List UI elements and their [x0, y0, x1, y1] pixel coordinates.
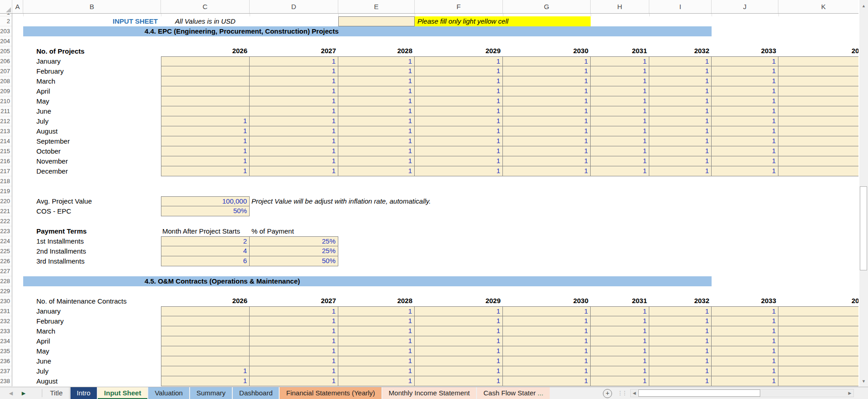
- installment-month-input[interactable]: 2: [161, 236, 250, 246]
- input-cell[interactable]: 1: [591, 306, 649, 316]
- input-cell[interactable]: 1: [649, 316, 712, 326]
- input-cell[interactable]: 1: [591, 56, 649, 66]
- input-cell[interactable]: [778, 66, 858, 76]
- input-cell[interactable]: 1: [415, 116, 503, 126]
- input-cell[interactable]: [778, 156, 858, 166]
- vertical-scrollbar[interactable]: ▲ ▼: [859, 0, 868, 387]
- row-header-203[interactable]: 203: [0, 26, 12, 36]
- input-cell[interactable]: 1: [338, 326, 415, 336]
- input-cell[interactable]: [778, 306, 858, 316]
- input-cell[interactable]: [778, 356, 858, 366]
- input-cell[interactable]: 1: [161, 156, 250, 166]
- column-header-g[interactable]: G: [503, 0, 591, 13]
- input-cell[interactable]: 1: [161, 116, 250, 126]
- sheet-tab-monthly-income-statement[interactable]: Monthly Income Statement: [382, 387, 476, 399]
- input-cell[interactable]: 1: [250, 136, 338, 146]
- input-cell[interactable]: [778, 366, 858, 376]
- sheet-tab-financial-statements-yearly[interactable]: Financial Statements (Yearly): [280, 387, 381, 399]
- tab-resize-handle-icon[interactable]: ⋮⋮: [617, 387, 627, 399]
- row-header-232[interactable]: 232: [0, 316, 12, 326]
- input-cell[interactable]: 1: [712, 366, 778, 376]
- column-header-f[interactable]: F: [415, 0, 503, 13]
- input-cell[interactable]: 1: [415, 56, 503, 66]
- row-header-223[interactable]: 223: [0, 226, 12, 236]
- horizontal-scrollbar[interactable]: ◀ ▶: [630, 389, 854, 397]
- input-cell[interactable]: 1: [503, 356, 591, 366]
- input-cell[interactable]: 1: [649, 376, 712, 386]
- input-cell[interactable]: 1: [591, 336, 649, 346]
- row-header-215[interactable]: 215: [0, 146, 12, 156]
- input-cell[interactable]: 1: [503, 336, 591, 346]
- input-cell[interactable]: 1: [712, 76, 778, 86]
- input-cell[interactable]: 1: [712, 356, 778, 366]
- input-cell[interactable]: [161, 346, 250, 356]
- column-header-i[interactable]: I: [649, 0, 712, 13]
- column-header-d[interactable]: D: [250, 0, 338, 13]
- input-cell[interactable]: [161, 86, 250, 96]
- input-cell[interactable]: 1: [503, 76, 591, 86]
- input-cell[interactable]: [161, 336, 250, 346]
- input-cell[interactable]: 1: [649, 366, 712, 376]
- input-cell[interactable]: [778, 136, 858, 146]
- input-cell[interactable]: 1: [712, 66, 778, 76]
- row-header-229[interactable]: 229: [0, 286, 12, 296]
- input-cell[interactable]: 1: [415, 156, 503, 166]
- input-cell[interactable]: 1: [415, 106, 503, 116]
- input-cell[interactable]: 1: [649, 116, 712, 126]
- input-cell[interactable]: 1: [503, 346, 591, 356]
- input-cell[interactable]: 1: [250, 366, 338, 376]
- input-cell[interactable]: 1: [415, 336, 503, 346]
- input-cell[interactable]: 1: [591, 96, 649, 106]
- sheet-tab-title[interactable]: Title: [43, 387, 70, 399]
- input-cell[interactable]: 1: [415, 66, 503, 76]
- input-cell[interactable]: 1: [415, 316, 503, 326]
- input-cell[interactable]: 1: [415, 146, 503, 156]
- input-cell[interactable]: 1: [250, 96, 338, 106]
- scroll-left-button[interactable]: ◀: [631, 389, 638, 397]
- input-cell[interactable]: 1: [415, 76, 503, 86]
- input-cell[interactable]: 1: [161, 136, 250, 146]
- input-cell[interactable]: 1: [250, 326, 338, 336]
- row-header-224[interactable]: 224: [0, 236, 12, 246]
- input-cell[interactable]: [161, 106, 250, 116]
- input-cell[interactable]: 1: [503, 146, 591, 156]
- column-header-k[interactable]: K: [778, 0, 868, 13]
- input-cell[interactable]: 1: [415, 306, 503, 316]
- input-cell[interactable]: 1: [649, 66, 712, 76]
- input-cell[interactable]: 1: [712, 126, 778, 136]
- input-cell[interactable]: 1: [712, 316, 778, 326]
- input-cell[interactable]: [161, 56, 250, 66]
- row-header-238[interactable]: 238: [0, 376, 12, 386]
- input-cell[interactable]: 1: [591, 76, 649, 86]
- input-cell[interactable]: 1: [712, 146, 778, 156]
- installment-pct-input[interactable]: 25%: [250, 246, 338, 256]
- input-cell[interactable]: 1: [591, 136, 649, 146]
- row-header-210[interactable]: 210: [0, 96, 12, 106]
- row-header-225[interactable]: 225: [0, 246, 12, 256]
- column-header-h[interactable]: H: [591, 0, 649, 13]
- input-cell[interactable]: [778, 346, 858, 356]
- input-cell[interactable]: 1: [712, 96, 778, 106]
- input-cell[interactable]: 1: [503, 106, 591, 116]
- input-cell[interactable]: 1: [649, 56, 712, 66]
- input-cell[interactable]: 1: [503, 306, 591, 316]
- scroll-up-button[interactable]: ▲: [859, 2, 868, 10]
- input-cell[interactable]: [778, 106, 858, 116]
- input-cell[interactable]: 1: [591, 356, 649, 366]
- input-cell[interactable]: 1: [338, 306, 415, 316]
- sheet-tab-summary[interactable]: Summary: [190, 387, 232, 399]
- input-cell[interactable]: 1: [250, 76, 338, 86]
- input-cell[interactable]: 1: [649, 306, 712, 316]
- input-cell[interactable]: 1: [338, 76, 415, 86]
- input-cell[interactable]: 1: [415, 376, 503, 386]
- input-cell[interactable]: 1: [591, 346, 649, 356]
- row-header-2[interactable]: 2: [0, 16, 12, 26]
- input-cell[interactable]: 1: [712, 106, 778, 116]
- input-cell[interactable]: 1: [250, 336, 338, 346]
- sheet-tab-input-sheet[interactable]: Input Sheet: [98, 387, 148, 399]
- input-cell[interactable]: 1: [250, 306, 338, 316]
- input-cell[interactable]: 1: [415, 356, 503, 366]
- row-header-206[interactable]: 206: [0, 56, 12, 66]
- input-cell[interactable]: 1: [649, 106, 712, 116]
- fill-input-cell[interactable]: [338, 16, 415, 26]
